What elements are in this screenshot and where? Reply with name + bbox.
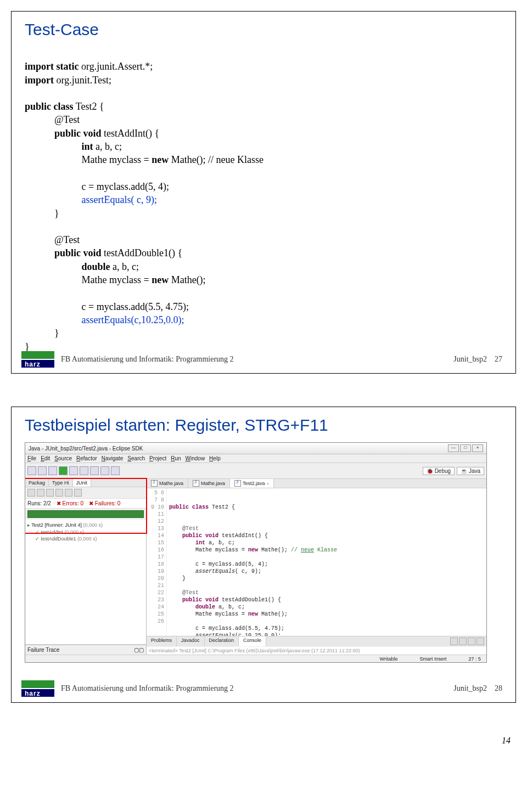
status-insert: Smart Insert bbox=[419, 656, 446, 662]
footer-right: Junit_bsp2 27 bbox=[453, 355, 502, 364]
junit-tool-icon[interactable] bbox=[55, 489, 63, 497]
harz-logo bbox=[21, 680, 54, 697]
junit-stats: Runs: 2/2 ✖ Errors: 0 ✖ Failures: 0 bbox=[25, 499, 146, 509]
editor-tab[interactable]: Test2.java× bbox=[230, 479, 274, 488]
menu-source[interactable]: Source bbox=[54, 455, 72, 461]
tool-icon[interactable] bbox=[100, 466, 109, 475]
menu-edit[interactable]: Edit bbox=[41, 455, 50, 461]
junit-tree: Test2 [Runner: JUnit 4] (0,000 s) testAd… bbox=[25, 520, 146, 645]
menu-run[interactable]: Run bbox=[171, 455, 181, 461]
failure-trace-icons: ▢▢ bbox=[134, 647, 144, 653]
failure-trace-header: Failure Trace ▢▢ bbox=[25, 645, 146, 655]
java-file-icon bbox=[234, 480, 241, 487]
menu-refactor[interactable]: Refactor bbox=[76, 455, 97, 461]
slide-footer: FB Automatisierung und Informatik: Progr… bbox=[21, 680, 502, 697]
run-icon[interactable] bbox=[59, 466, 68, 475]
footer-right: Junit_bsp2 28 bbox=[453, 684, 502, 693]
console-tool-icon[interactable] bbox=[459, 638, 467, 645]
tree-root[interactable]: Test2 [Runner: JUnit 4] (0,000 s) bbox=[27, 522, 144, 529]
junit-tool-icon[interactable] bbox=[74, 489, 82, 497]
close-icon[interactable]: × bbox=[472, 444, 483, 452]
tree-item[interactable]: testAddDouble1 (0,000 s) bbox=[27, 535, 144, 543]
editor-tab[interactable]: Mathe.java bbox=[147, 479, 188, 488]
slide-testbeispiel: Testbeispiel starten: Register, STRG+F11… bbox=[11, 407, 516, 703]
maximize-icon[interactable]: □ bbox=[460, 444, 471, 452]
slide-title: Test-Case bbox=[25, 20, 502, 39]
status-cursor-pos: 27 : 5 bbox=[468, 656, 481, 662]
debug-icon[interactable] bbox=[48, 466, 57, 475]
close-tab-icon[interactable]: × bbox=[267, 481, 270, 486]
menu-window[interactable]: Window bbox=[186, 455, 205, 461]
junit-progress-bar bbox=[27, 510, 144, 518]
console-tool-icon[interactable] bbox=[468, 638, 475, 645]
junit-tool-icon[interactable] bbox=[46, 489, 54, 497]
status-bar: Writable Smart Insert 27 : 5 bbox=[25, 655, 486, 663]
java-file-icon bbox=[193, 480, 199, 487]
tab-problems[interactable]: Problems bbox=[147, 636, 177, 646]
console-tool-icon[interactable] bbox=[476, 638, 484, 645]
minimize-icon[interactable]: — bbox=[448, 444, 459, 452]
window-title: Java - JUnit_bsp2/src/Test2.java - Eclip… bbox=[29, 446, 143, 452]
tab-junit[interactable]: JUnit bbox=[73, 479, 92, 487]
save-icon[interactable] bbox=[38, 466, 47, 475]
harz-logo bbox=[21, 351, 54, 368]
menu-search[interactable]: Search bbox=[127, 455, 145, 461]
tab-declaration[interactable]: Declaration bbox=[205, 636, 239, 646]
menu-file[interactable]: File bbox=[27, 455, 36, 461]
console-tool-icon[interactable] bbox=[450, 638, 458, 645]
perspective-java[interactable]: ☕ Java bbox=[457, 467, 484, 475]
code-block: import static org.junit.Assert.*; import… bbox=[25, 47, 502, 366]
tree-item[interactable]: testAddInt (0,000 s) bbox=[27, 529, 144, 536]
line-gutter: 5 6 7 8 9 10 11 12 13 14 15 16 17 18 19 … bbox=[147, 488, 167, 636]
slide-footer: FB Automatisierung und Informatik: Progr… bbox=[21, 351, 502, 368]
tab-console[interactable]: Console bbox=[239, 636, 266, 646]
editor-tab[interactable]: Mathe.java bbox=[188, 479, 230, 488]
tool-icon[interactable] bbox=[69, 466, 78, 475]
menu-bar: File Edit Source Refactor Navigate Searc… bbox=[25, 454, 486, 463]
window-buttons: — □ × bbox=[448, 444, 483, 452]
junit-tool-icon[interactable] bbox=[65, 489, 72, 497]
footer-text: FB Automatisierung und Informatik: Progr… bbox=[61, 684, 453, 693]
junit-tool-icon[interactable] bbox=[27, 489, 35, 497]
window-titlebar: Java - JUnit_bsp2/src/Test2.java - Eclip… bbox=[25, 443, 486, 454]
editor-area: Mathe.java Mathe.java Test2.java× 5 6 7 … bbox=[147, 479, 486, 655]
tool-icon[interactable] bbox=[111, 466, 120, 475]
menu-help[interactable]: Help bbox=[209, 455, 221, 461]
bottom-views: Problems Javadoc Declaration Console bbox=[147, 636, 486, 646]
menu-project[interactable]: Project bbox=[149, 455, 166, 461]
perspective-debug[interactable]: 🐞 Debug bbox=[423, 467, 455, 475]
tab-javadoc[interactable]: Javadoc bbox=[177, 636, 205, 646]
junit-panel: Packag Type Hi JUnit Runs: 2/2 ✖ Errors:… bbox=[25, 479, 147, 655]
slide-test-case: Test-Case import static org.junit.Assert… bbox=[11, 11, 516, 374]
slide-title: Testbeispiel starten: Register, STRG+F11 bbox=[25, 416, 502, 435]
menu-navigate[interactable]: Navigate bbox=[102, 455, 123, 461]
java-file-icon bbox=[151, 480, 158, 487]
tab-typehier[interactable]: Type Hi bbox=[49, 479, 73, 487]
tab-package[interactable]: Packag bbox=[25, 479, 49, 487]
junit-tool-icon[interactable] bbox=[37, 489, 44, 497]
tool-icon[interactable] bbox=[80, 466, 88, 475]
footer-text: FB Automatisierung und Informatik: Progr… bbox=[61, 355, 453, 364]
new-icon[interactable] bbox=[27, 466, 36, 475]
page-number: 14 bbox=[11, 736, 516, 746]
console-output: <terminated> Test2 [JUnit] C:\Program Fi… bbox=[147, 646, 486, 655]
tool-icon[interactable] bbox=[90, 466, 99, 475]
eclipse-screenshot: Java - JUnit_bsp2/src/Test2.java - Eclip… bbox=[25, 442, 487, 663]
toolbar: 🐞 Debug ☕ Java bbox=[25, 463, 486, 479]
code-editor[interactable]: public class Test2 { @Test public void t… bbox=[167, 488, 486, 636]
status-writable: Writable bbox=[380, 656, 398, 662]
